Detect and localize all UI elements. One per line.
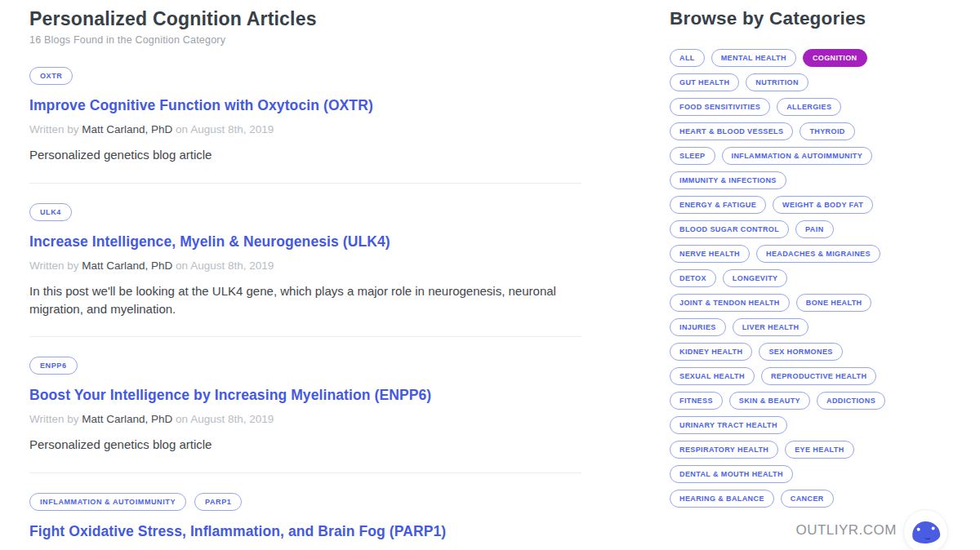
article-excerpt: Personalized genetics blog article: [29, 436, 568, 454]
category-row: RESPIRATORY HEALTHEYE HEALTH: [670, 441, 915, 459]
article-tag-pill[interactable]: ULK4: [29, 203, 72, 221]
articles-list: OXTR Improve Cognitive Function with Oxy…: [29, 47, 581, 550]
category-pill[interactable]: INFLAMMATION & AUTOIMMUNITY: [722, 147, 873, 165]
written-by-label: Written by: [29, 259, 79, 272]
category-row: ENERGY & FATIGUEWEIGHT & BODY FAT: [670, 196, 915, 214]
articles-column: Personalized Cognition Articles 16 Blogs…: [29, 8, 581, 550]
category-pill[interactable]: SEXUAL HEALTH: [670, 367, 755, 385]
article-author: Matt Carland, PhD: [82, 123, 172, 135]
category-pill[interactable]: DETOX: [670, 269, 716, 287]
article-author: Matt Carland, PhD: [82, 259, 172, 272]
article-tag-pill[interactable]: ENPP6: [29, 357, 78, 375]
category-pill[interactable]: THYROID: [800, 122, 854, 140]
category-pill[interactable]: SLEEP: [670, 147, 715, 165]
category-pill[interactable]: NUTRITION: [746, 73, 808, 91]
article-title-link[interactable]: Increase Intelligence, Myelin & Neurogen…: [29, 233, 581, 251]
category-pill-active[interactable]: COGNITION: [803, 49, 867, 67]
article-tag-row: OXTR: [29, 67, 581, 85]
chat-avatar-icon: [911, 521, 941, 544]
article-date: August 8th, 2019: [190, 259, 274, 272]
category-pill[interactable]: ENERGY & FATIGUE: [670, 196, 766, 214]
category-pill[interactable]: MENTAL HEALTH: [711, 49, 796, 67]
category-row: BLOOD SUGAR CONTROLPAIN: [670, 220, 915, 238]
category-pill[interactable]: JOINT & TENDON HEALTH: [670, 294, 790, 312]
category-pill[interactable]: LONGEVITY: [723, 269, 788, 287]
category-pill[interactable]: HEART & BLOOD VESSELS: [670, 122, 793, 140]
article-meta: Written by Matt Carland, PhD on August 8…: [29, 123, 581, 135]
article-meta: Written by Matt Carland, PhD on August 8…: [29, 259, 581, 272]
category-pill[interactable]: CANCER: [781, 490, 834, 508]
article-excerpt: In this post we'll be looking at the ULK…: [29, 282, 568, 318]
category-pill[interactable]: BLOOD SUGAR CONTROL: [670, 220, 789, 238]
article-title-link[interactable]: Fight Oxidative Stress, Inflammation, an…: [29, 523, 581, 540]
article-card: INFLAMMATION & AUTOIMMUNITYPARP1 Fight O…: [29, 473, 581, 550]
article-card: OXTR Improve Cognitive Function with Oxy…: [29, 47, 581, 184]
on-label: on: [176, 259, 188, 272]
category-pill[interactable]: HEARING & BALANCE: [670, 490, 774, 508]
category-pill[interactable]: RESPIRATORY HEALTH: [670, 441, 778, 459]
article-card: ENPP6 Boost Your Intelligence by Increas…: [29, 337, 581, 473]
category-pill[interactable]: LIVER HEALTH: [733, 318, 809, 336]
category-pill[interactable]: FITNESS: [670, 392, 723, 410]
category-row: DENTAL & MOUTH HEALTH: [670, 465, 915, 483]
article-title-link[interactable]: Improve Cognitive Function with Oxytocin…: [29, 97, 581, 114]
category-pill[interactable]: NERVE HEALTH: [670, 245, 750, 263]
category-row: FITNESSSKIN & BEAUTYADDICTIONS: [670, 392, 915, 410]
category-row: GUT HEALTHNUTRITION: [670, 73, 915, 91]
category-row: NERVE HEALTHHEADACHES & MIGRAINES: [670, 245, 915, 263]
category-pill[interactable]: FOOD SENSITIVITIES: [670, 98, 770, 116]
category-row: SLEEPINFLAMMATION & AUTOIMMUNITY: [670, 147, 915, 165]
category-row: JOINT & TENDON HEALTHBONE HEALTH: [670, 294, 915, 312]
article-tag-row: INFLAMMATION & AUTOIMMUNITYPARP1: [29, 493, 581, 511]
category-pill[interactable]: SEX HORMONES: [759, 343, 842, 361]
category-pill[interactable]: EYE HEALTH: [785, 441, 853, 459]
category-pill[interactable]: KIDNEY HEALTH: [670, 343, 752, 361]
page-title: Personalized Cognition Articles: [29, 8, 581, 30]
category-row: URINARY TRACT HEALTH: [670, 416, 915, 434]
category-pill[interactable]: URINARY TRACT HEALTH: [670, 416, 787, 434]
page-subtitle: 16 Blogs Found in the Cognition Category: [29, 34, 581, 46]
category-pill[interactable]: GUT HEALTH: [670, 73, 739, 91]
category-row: DETOXLONGEVITY: [670, 269, 915, 287]
category-pill[interactable]: DENTAL & MOUTH HEALTH: [670, 465, 793, 483]
article-tag-pill[interactable]: OXTR: [29, 67, 73, 85]
category-row: IMMUNITY & INFECTIONS: [670, 171, 915, 189]
brand-watermark: OUTLIYR.COM: [795, 522, 897, 539]
category-pill[interactable]: SKIN & BEAUTY: [729, 392, 810, 410]
category-pill[interactable]: WEIGHT & BODY FAT: [773, 196, 873, 214]
article-date: August 8th, 2019: [190, 123, 274, 135]
chat-avatar-eye-left-icon: [917, 528, 920, 531]
category-pill[interactable]: HEADACHES & MIGRAINES: [756, 245, 880, 263]
category-pill[interactable]: ALL: [670, 49, 705, 67]
article-date: August 8th, 2019: [190, 413, 274, 425]
chat-avatar-eye-right-icon: [932, 526, 935, 530]
article-tag-pill[interactable]: PARP1: [194, 493, 242, 511]
category-rows: ALLMENTAL HEALTHCOGNITIONGUT HEALTHNUTRI…: [670, 49, 915, 508]
categories-title: Browse by Categories: [670, 8, 915, 29]
category-pill[interactable]: BONE HEALTH: [796, 294, 872, 312]
written-by-label: Written by: [29, 413, 79, 425]
category-pill[interactable]: REPRODUCTIVE HEALTH: [761, 367, 876, 385]
category-row: INJURIESLIVER HEALTH: [670, 318, 915, 336]
category-row: FOOD SENSITIVITIESALLERGIES: [670, 98, 915, 116]
chat-widget-button[interactable]: [903, 509, 948, 550]
category-row: SEXUAL HEALTHREPRODUCTIVE HEALTH: [670, 367, 915, 385]
article-meta: Written by Matt Carland, PhD on August 8…: [29, 413, 581, 425]
article-tag-pill[interactable]: INFLAMMATION & AUTOIMMUNITY: [29, 493, 186, 511]
category-pill[interactable]: INJURIES: [670, 318, 726, 336]
category-pill[interactable]: IMMUNITY & INFECTIONS: [670, 171, 786, 189]
category-pill[interactable]: PAIN: [795, 220, 833, 238]
on-label: on: [176, 413, 188, 425]
category-row: KIDNEY HEALTHSEX HORMONES: [670, 343, 915, 361]
category-pill[interactable]: ADDICTIONS: [817, 392, 885, 410]
article-title-link[interactable]: Boost Your Intelligence by Increasing My…: [29, 387, 581, 404]
article-card: ULK4 Increase Intelligence, Myelin & Neu…: [29, 184, 581, 338]
article-author: Matt Carland, PhD: [82, 413, 172, 425]
article-excerpt: Personalized genetics blog article: [29, 146, 568, 164]
written-by-label: Written by: [29, 123, 79, 135]
category-row: ALLMENTAL HEALTHCOGNITION: [670, 49, 915, 67]
category-pill[interactable]: ALLERGIES: [777, 98, 841, 116]
article-tag-row: ENPP6: [29, 357, 581, 375]
on-label: on: [176, 123, 188, 135]
category-row: HEARING & BALANCECANCER: [670, 490, 915, 508]
